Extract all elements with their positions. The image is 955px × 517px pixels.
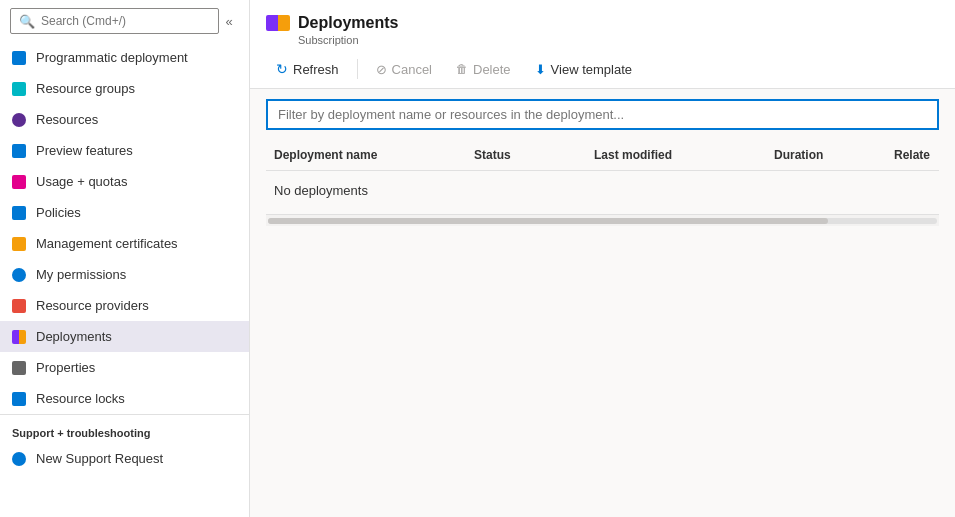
horizontal-scrollbar[interactable] (266, 214, 939, 226)
sidebar-item-resource-providers[interactable]: Resource providers (0, 290, 249, 321)
table-header: Deployment name Status Last modified Dur… (266, 140, 939, 171)
deployments-table: Deployment name Status Last modified Dur… (250, 140, 955, 517)
toolbar-separator-1 (357, 59, 358, 79)
cancel-icon: ⊘ (376, 62, 387, 77)
scrollbar-thumb (268, 218, 828, 224)
subscription-icon (266, 15, 290, 31)
sidebar-item-label: Programmatic deployment (36, 50, 188, 65)
sidebar-item-management-certificates[interactable]: Management certificates (0, 228, 249, 259)
search-icon: 🔍 (19, 13, 35, 29)
sidebar-item-new-support-request[interactable]: New Support Request (0, 443, 249, 474)
column-deployment-name: Deployment name (266, 148, 466, 162)
support-icon (12, 452, 26, 466)
sidebar-item-label: New Support Request (36, 451, 163, 466)
locks-icon (12, 392, 26, 406)
sidebar-item-preview-features[interactable]: Preview features (0, 135, 249, 166)
refresh-button[interactable]: ↻ Refresh (266, 56, 349, 82)
sidebar-item-label: Resource locks (36, 391, 125, 406)
search-box[interactable]: 🔍 (10, 8, 219, 34)
sidebar-item-label: Resource providers (36, 298, 149, 313)
toolbar: ↻ Refresh ⊘ Cancel 🗑 Delete ⬇ View templ… (266, 50, 939, 88)
filter-row (250, 89, 955, 140)
delete-icon: 🗑 (456, 62, 468, 76)
sidebar-item-resource-locks[interactable]: Resource locks (0, 383, 249, 414)
sidebar-item-resource-groups[interactable]: Resource groups (0, 73, 249, 104)
sidebar-item-label: Preview features (36, 143, 133, 158)
resource-groups-icon (12, 82, 26, 96)
delete-button[interactable]: 🗑 Delete (446, 57, 521, 82)
properties-icon (12, 361, 26, 375)
column-relate: Relate (886, 148, 939, 162)
sidebar-item-properties[interactable]: Properties (0, 352, 249, 383)
no-deployments-message: No deployments (266, 171, 939, 210)
usage-icon (12, 175, 26, 189)
sidebar-item-policies[interactable]: Policies (0, 197, 249, 228)
sidebar-item-resources[interactable]: Resources (0, 104, 249, 135)
cancel-button[interactable]: ⊘ Cancel (366, 57, 442, 82)
page-title-area: Deployments (266, 8, 939, 34)
sidebar-item-label: Management certificates (36, 236, 178, 251)
column-duration: Duration (766, 148, 886, 162)
content-area: Deployments Subscription ↻ Refresh ⊘ Can… (250, 0, 955, 517)
mgmt-cert-icon (12, 237, 26, 251)
sidebar-item-label: Policies (36, 205, 81, 220)
policies-icon (12, 206, 26, 220)
preview-icon (12, 144, 26, 158)
delete-label: Delete (473, 62, 511, 77)
sidebar-item-label: Resources (36, 112, 98, 127)
sidebar-item-label: My permissions (36, 267, 126, 282)
deployments-icon (12, 330, 26, 344)
filter-input[interactable] (266, 99, 939, 130)
sidebar-item-usage-quotas[interactable]: Usage + quotas (0, 166, 249, 197)
column-status: Status (466, 148, 586, 162)
resources-icon (12, 113, 26, 127)
sidebar-item-my-permissions[interactable]: My permissions (0, 259, 249, 290)
page-title: Deployments (298, 14, 398, 32)
view-template-label: View template (551, 62, 632, 77)
scrollbar-track (268, 218, 937, 224)
refresh-icon: ↻ (276, 61, 288, 77)
search-input[interactable] (41, 14, 210, 28)
refresh-label: Refresh (293, 62, 339, 77)
view-template-button[interactable]: ⬇ View template (525, 57, 642, 82)
download-icon: ⬇ (535, 62, 546, 77)
sidebar-item-programmatic-deployment[interactable]: Programmatic deployment (0, 42, 249, 73)
collapse-sidebar-button[interactable]: « (219, 11, 239, 31)
sidebar-item-label: Usage + quotas (36, 174, 127, 189)
sidebar-item-label: Deployments (36, 329, 112, 344)
column-last-modified: Last modified (586, 148, 766, 162)
sidebar-item-label: Resource groups (36, 81, 135, 96)
sidebar-item-deployments[interactable]: Deployments (0, 321, 249, 352)
sidebar-header: 🔍 « (0, 0, 249, 42)
sidebar: 🔍 « Programmatic deployment Resource gro… (0, 0, 250, 517)
programmatic-icon (12, 51, 26, 65)
page-subtitle: Subscription (266, 34, 939, 50)
chevron-left-icon: « (225, 14, 232, 29)
support-section-header: Support + troubleshooting (0, 414, 249, 443)
cancel-label: Cancel (392, 62, 432, 77)
permissions-icon (12, 268, 26, 282)
providers-icon (12, 299, 26, 313)
sidebar-item-label: Properties (36, 360, 95, 375)
